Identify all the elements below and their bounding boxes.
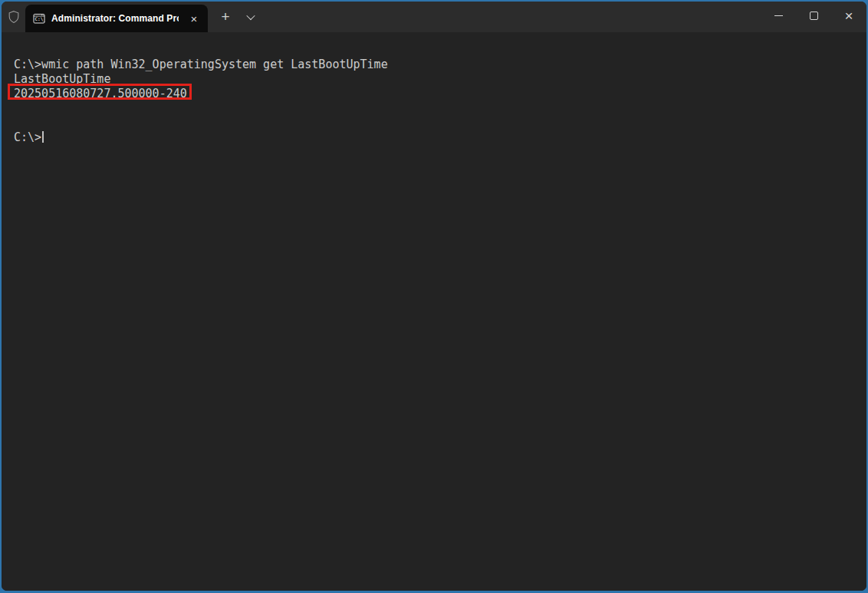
blank-line <box>14 101 866 116</box>
svg-text:C:\_: C:\_ <box>35 16 45 22</box>
blank-line <box>14 116 866 130</box>
tab-command-prompt[interactable]: C:\_ Administrator: Command Prompt × <box>25 5 208 32</box>
tab-title: Administrator: Command Prompt <box>51 13 179 24</box>
maximize-square-icon <box>810 12 818 20</box>
terminal-output-value: 20250516080727.500000-240 <box>14 87 866 101</box>
terminal-output-header: LastBootUpTime <box>14 72 866 87</box>
minimize-button[interactable] <box>761 2 796 29</box>
terminal-window: C:\_ Administrator: Command Prompt × + ×… <box>2 2 866 591</box>
tab-dropdown-button[interactable] <box>239 7 262 27</box>
maximize-button[interactable] <box>796 2 831 29</box>
terminal-prompt-line: C:\> <box>14 130 866 145</box>
new-tab-button[interactable]: + <box>214 7 237 27</box>
text-cursor <box>42 131 44 143</box>
close-window-button[interactable]: × <box>831 2 866 29</box>
minimize-dash-icon <box>774 15 783 16</box>
terminal-command-line: C:\>wmic path Win32_OperatingSystem get … <box>14 58 866 72</box>
prompt-text: C:\> <box>14 130 41 144</box>
cmd-icon: C:\_ <box>33 12 45 25</box>
close-icon: × <box>844 8 853 23</box>
tab-close-button[interactable]: × <box>185 9 203 28</box>
admin-shield-icon <box>2 2 25 32</box>
titlebar-drag-region[interactable] <box>262 2 761 32</box>
terminal-screen[interactable]: C:\>wmic path Win32_OperatingSystem get … <box>2 32 866 591</box>
chevron-down-icon <box>246 12 255 20</box>
title-bar: C:\_ Administrator: Command Prompt × + × <box>2 2 866 32</box>
